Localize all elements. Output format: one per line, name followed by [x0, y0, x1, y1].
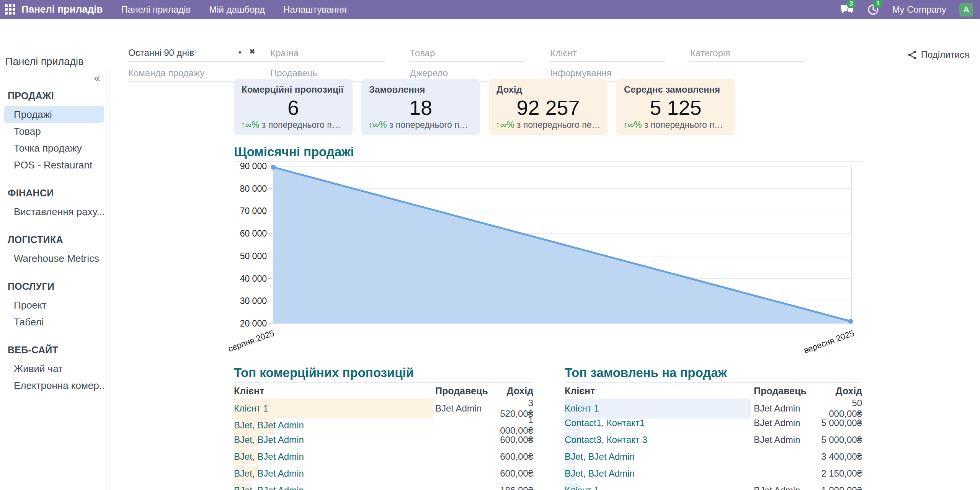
client-cell: Клієнт 1 — [565, 482, 751, 490]
kpi-trend: ↑∞% з попереднього п… — [368, 120, 468, 130]
filter-category-input[interactable] — [690, 46, 805, 61]
table-row: BJet, BJet Admin3 400,00₴ — [565, 448, 862, 465]
filter-country-input[interactable] — [270, 46, 385, 61]
app-name[interactable]: Панелі приладів — [21, 3, 103, 15]
share-label: Поділитися — [921, 49, 969, 60]
filter-category[interactable] — [690, 46, 805, 62]
filter-product[interactable] — [410, 46, 525, 62]
sidebar-section-4: ВЕБ-САЙТЖивий чатЕлектронна комер... — [0, 345, 109, 394]
filter-customer-input[interactable] — [550, 46, 665, 61]
filter-salesperson-input[interactable] — [270, 65, 385, 81]
client-link[interactable]: BJet, BJet Admin — [234, 451, 304, 462]
sidebar-item-живий-чат[interactable]: Живий чат — [4, 360, 104, 377]
top-quotations-table: Топ комерційних пропозиційКлієнтПродавец… — [234, 366, 533, 490]
client-link[interactable]: BJet, BJet Admin — [234, 485, 304, 490]
kpi-trend-text: з попереднього пе… — [517, 120, 601, 130]
table-row: Клієнт 1BJet Admin3 520,00₴ — [234, 398, 533, 415]
client-link[interactable]: Клієнт 1 — [234, 403, 268, 414]
kpi-card-2[interactable]: Дохід92 257↑∞% з попереднього пе… — [489, 79, 608, 135]
messages-badge: 3 — [846, 0, 856, 8]
data-point[interactable] — [848, 319, 853, 324]
sidebar-collapse-row: « — [0, 68, 109, 88]
table-row: BJet, BJet Admin1 000,00₴ — [234, 415, 533, 431]
filter-sales-team[interactable] — [128, 65, 243, 82]
sidebar-sections: ПРОДАЖІПродажіТоварТочка продажуPOS - Re… — [0, 91, 109, 394]
client-link[interactable]: BJet, BJet Admin — [234, 468, 304, 479]
chevron-down-icon: ▾ — [238, 49, 242, 56]
kpi-value: 18 — [361, 96, 480, 119]
sidebar-section-0: ПРОДАЖІПродажіТоварТочка продажуPOS - Re… — [0, 91, 109, 173]
control-panel: Панелі приладів Останні 90 днів▾✖ Поділи… — [0, 19, 980, 68]
filter-product-input[interactable] — [410, 46, 525, 61]
client-cell: BJet, BJet Admin — [234, 448, 433, 465]
client-link[interactable]: Клієнт 1 — [565, 403, 599, 414]
activities-button[interactable]: 1 — [867, 3, 879, 16]
filter-country[interactable] — [270, 46, 385, 62]
x-tick-label: вересня 2025 — [802, 328, 855, 354]
table-row: BJet, BJet Admin186,00₴ — [234, 482, 533, 490]
kpi-value: 6 — [234, 96, 353, 119]
clear-filter-icon[interactable]: ✖ — [249, 47, 255, 56]
revenue-cell: 1 000,00₴ — [500, 415, 533, 436]
sidebar-item-точка-продажу[interactable]: Точка продажу — [4, 140, 104, 157]
client-link[interactable]: Contact1, Контакт1 — [565, 418, 645, 428]
client-link[interactable]: Клієнт 1 — [565, 485, 599, 490]
sidebar-item-електронна-комер-[interactable]: Електронна комер... — [4, 377, 104, 394]
sidebar-item-pos-restaurant[interactable]: POS - Restaurant — [4, 157, 104, 173]
filter-period[interactable]: Останні 90 днів▾✖ — [128, 46, 292, 62]
trend-up-icon: ↑∞% — [496, 120, 517, 130]
sidebar-section-items: Виставлення раху... — [0, 203, 109, 220]
user-avatar[interactable]: A — [959, 3, 973, 16]
sidebar-section-1: ФІНАНСИВиставлення раху... — [0, 188, 109, 220]
table-row: BJet, BJet Admin600,00₴ — [234, 465, 533, 482]
sidebar-item-табелі[interactable]: Табелі — [4, 314, 104, 330]
sidebar-item-виставлення-раху-[interactable]: Виставлення раху... — [4, 203, 104, 220]
kpi-title: Замовлення — [369, 84, 425, 95]
kpi-trend-text: з попереднього п… — [262, 120, 341, 130]
y-tick-label: 90 000 — [240, 162, 267, 171]
sidebar-section-2: ЛОГІСТИКАWarehouse Metrics — [0, 235, 109, 267]
kpi-card-0[interactable]: Комерційні пропозиції6↑∞% з попереднього… — [234, 79, 353, 135]
filter-medium-input[interactable] — [550, 65, 665, 81]
apps-grid-icon[interactable] — [5, 4, 15, 15]
chart-title-divider — [234, 161, 863, 162]
table-row: Клієнт 1BJet Admin1 000,00₴ — [565, 482, 862, 490]
company-switcher[interactable]: My Company — [892, 4, 946, 15]
seller-cell: BJet Admin — [751, 403, 816, 414]
x-tick-label: серпня 2025 — [227, 328, 275, 354]
sidebar-item-проект[interactable]: Проект — [4, 297, 104, 314]
revenue-cell: 1 000,00₴ — [816, 485, 862, 490]
kpi-card-1[interactable]: Замовлення18↑∞% з попереднього п… — [361, 79, 480, 135]
revenue-cell: 2 150,00₴ — [816, 468, 862, 479]
filter-source-input[interactable] — [410, 65, 525, 81]
column-header-seller: Продавець — [751, 385, 816, 397]
sidebar-item-товар[interactable]: Товар — [4, 123, 104, 140]
client-link[interactable]: BJet, BJet Admin — [234, 420, 304, 431]
sidebar-item-продажі[interactable]: Продажі — [4, 106, 104, 123]
trend-up-icon: ↑∞% — [623, 120, 644, 130]
share-button[interactable]: Поділитися — [908, 49, 969, 60]
table-header-row: КлієнтПродавецьДохід — [234, 384, 533, 398]
table-title: Топ комерційних пропозицій — [234, 366, 533, 380]
kpi-trend: ↑∞% з попереднього пе… — [496, 120, 600, 130]
navbar-menu-1[interactable]: Мій дашборд — [209, 4, 265, 15]
client-link[interactable]: BJet, BJet Admin — [565, 451, 635, 462]
filter-sales-team-input[interactable] — [128, 65, 243, 81]
navbar-menu-2[interactable]: Налаштування — [283, 4, 347, 15]
sidebar-item-warehouse-metrics[interactable]: Warehouse Metrics — [4, 250, 104, 267]
messages-button[interactable]: 3 — [840, 4, 854, 15]
client-link[interactable]: BJet, BJet Admin — [234, 434, 304, 445]
filter-customer[interactable] — [550, 46, 665, 62]
kpi-title: Дохід — [497, 84, 522, 95]
client-link[interactable]: Contact3, Контакт 3 — [565, 434, 647, 445]
data-point[interactable] — [271, 165, 276, 170]
navbar-menus: Панелі приладівМій дашбордНалаштування — [121, 4, 347, 15]
revenue-cell: 5 000,00₴ — [816, 434, 862, 445]
client-link[interactable]: BJet, BJet Admin — [565, 468, 635, 479]
navbar-menu-0[interactable]: Панелі приладів — [121, 4, 191, 15]
kpi-card-3[interactable]: Середнє замовлення5 125↑∞% з попередньог… — [616, 79, 735, 135]
client-cell: Contact3, Контакт 3 — [565, 431, 751, 448]
activities-badge: 1 — [873, 0, 883, 8]
collapse-sidebar-icon[interactable]: « — [94, 73, 100, 83]
column-header-revenue: Дохід — [500, 385, 533, 397]
